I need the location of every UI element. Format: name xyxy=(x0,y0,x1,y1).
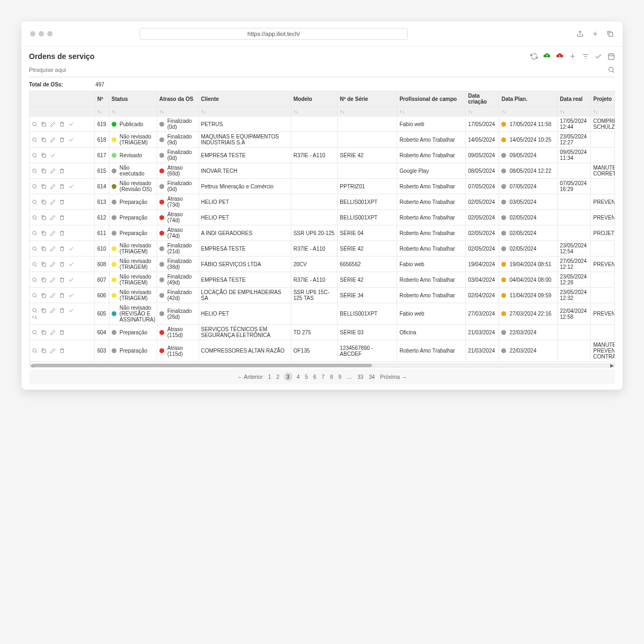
view-icon[interactable] xyxy=(32,152,38,158)
duplicate-icon[interactable] xyxy=(41,168,47,174)
edit-icon[interactable] xyxy=(50,199,56,205)
duplicate-icon[interactable] xyxy=(41,199,47,205)
prev-page[interactable]: ← Anterior xyxy=(236,374,264,380)
view-icon[interactable] xyxy=(32,215,38,221)
view-icon[interactable] xyxy=(32,348,38,354)
calendar-icon[interactable] xyxy=(608,53,615,60)
col-sort[interactable]: ↑↓ xyxy=(95,107,109,116)
delete-icon[interactable] xyxy=(59,184,65,189)
approve-icon[interactable] xyxy=(68,184,74,189)
col-sort[interactable]: ↑↓ xyxy=(466,107,499,116)
page-link[interactable]: 8 xyxy=(329,374,334,380)
duplicate-icon[interactable] xyxy=(41,121,47,127)
col-header[interactable]: Nº xyxy=(95,91,109,107)
approve-icon[interactable] xyxy=(68,261,74,267)
page-link[interactable]: 6 xyxy=(312,374,318,380)
page-link[interactable]: 1 xyxy=(267,374,273,380)
add-icon[interactable] xyxy=(569,53,576,60)
page-link[interactable]: 2 xyxy=(275,374,281,380)
edit-icon[interactable] xyxy=(50,184,56,189)
edit-icon[interactable] xyxy=(50,330,56,335)
delete-icon[interactable] xyxy=(59,292,65,298)
scroll-thumb[interactable] xyxy=(32,364,372,367)
page-link[interactable]: 34 xyxy=(368,374,376,380)
download-icon[interactable] xyxy=(556,53,564,60)
view-icon[interactable] xyxy=(32,246,38,252)
view-icon[interactable] xyxy=(32,330,38,335)
delete-icon[interactable] xyxy=(59,348,65,354)
page-link[interactable]: 7 xyxy=(320,374,326,380)
col-sort[interactable]: ↑↓ xyxy=(397,107,466,116)
col-sort[interactable]: ↑↓ xyxy=(199,107,291,116)
approve-icon[interactable] xyxy=(68,277,74,283)
view-icon[interactable] xyxy=(32,199,38,205)
page-link[interactable]: 4 xyxy=(296,374,301,380)
edit-icon[interactable] xyxy=(50,168,56,174)
edit-icon[interactable] xyxy=(50,261,56,267)
delete-icon[interactable] xyxy=(59,121,65,127)
duplicate-icon[interactable] xyxy=(41,246,47,252)
edit-icon[interactable] xyxy=(50,137,56,143)
col-sort[interactable] xyxy=(30,107,95,116)
edit-icon[interactable] xyxy=(50,121,56,127)
check-icon[interactable] xyxy=(595,53,602,60)
col-header[interactable]: Cliente xyxy=(199,91,291,107)
search-icon[interactable] xyxy=(608,66,615,74)
delete-icon[interactable] xyxy=(59,261,65,267)
col-sort[interactable]: ↑↓ xyxy=(157,107,199,116)
duplicate-icon[interactable] xyxy=(41,152,47,158)
col-sort[interactable]: ↑↓ xyxy=(591,107,615,116)
delete-icon[interactable] xyxy=(59,277,65,283)
delete-icon[interactable] xyxy=(59,199,65,205)
page-link[interactable]: 3 xyxy=(284,372,292,381)
col-header[interactable]: Profissional de campo xyxy=(397,91,466,107)
duplicate-icon[interactable] xyxy=(41,137,47,143)
view-icon[interactable] xyxy=(32,121,38,127)
edit-icon[interactable] xyxy=(50,246,56,252)
view-icon[interactable] xyxy=(32,168,38,174)
duplicate-icon[interactable] xyxy=(41,230,47,236)
col-header[interactable] xyxy=(30,91,95,107)
delete-icon[interactable] xyxy=(59,330,65,335)
view-icon[interactable] xyxy=(32,277,38,283)
col-sort[interactable]: ↑↓ xyxy=(558,107,591,116)
page-link[interactable]: 5 xyxy=(304,374,309,380)
refresh-icon[interactable] xyxy=(530,53,538,60)
edit-icon[interactable] xyxy=(50,348,56,354)
approve-icon[interactable] xyxy=(68,121,74,127)
duplicate-icon[interactable] xyxy=(41,215,47,221)
max-dot[interactable] xyxy=(47,31,53,36)
page-link[interactable]: 33 xyxy=(356,374,364,380)
edit-icon[interactable] xyxy=(50,230,56,236)
copy-icon[interactable] xyxy=(606,30,614,38)
col-sort[interactable]: ↑↓ xyxy=(291,107,338,116)
delete-icon[interactable] xyxy=(59,168,65,174)
scroll-right-icon[interactable]: ▶ xyxy=(609,363,615,368)
share-icon[interactable] xyxy=(576,30,584,38)
delete-icon[interactable] xyxy=(59,308,65,313)
col-header[interactable]: Atraso da OS xyxy=(157,91,199,107)
view-icon[interactable] xyxy=(32,261,38,267)
page-link[interactable]: 9 xyxy=(337,374,342,380)
approve-icon[interactable] xyxy=(68,292,74,298)
col-header[interactable]: Status xyxy=(109,91,157,107)
duplicate-icon[interactable] xyxy=(41,330,47,335)
next-page[interactable]: Próxima → xyxy=(379,374,407,380)
duplicate-icon[interactable] xyxy=(41,348,47,354)
close-dot[interactable] xyxy=(30,31,35,36)
min-dot[interactable] xyxy=(39,31,44,36)
edit-icon[interactable] xyxy=(50,308,56,313)
address-bar[interactable]: https://app.iliot.tech/ xyxy=(140,28,408,40)
col-header[interactable]: Projeto xyxy=(591,91,615,107)
delete-icon[interactable] xyxy=(59,215,65,221)
view-icon[interactable] xyxy=(32,308,38,313)
duplicate-icon[interactable] xyxy=(41,292,47,298)
col-sort[interactable]: ↑↓ xyxy=(499,107,558,116)
col-sort[interactable]: ↑↓ xyxy=(338,107,397,116)
view-icon[interactable] xyxy=(32,137,38,143)
col-header[interactable]: Data criação xyxy=(466,91,499,107)
h-scrollbar[interactable]: ◀ ▶ xyxy=(29,363,615,368)
plus-icon[interactable] xyxy=(591,30,599,38)
col-header[interactable]: Data real xyxy=(558,91,591,107)
edit-icon[interactable] xyxy=(50,292,56,298)
